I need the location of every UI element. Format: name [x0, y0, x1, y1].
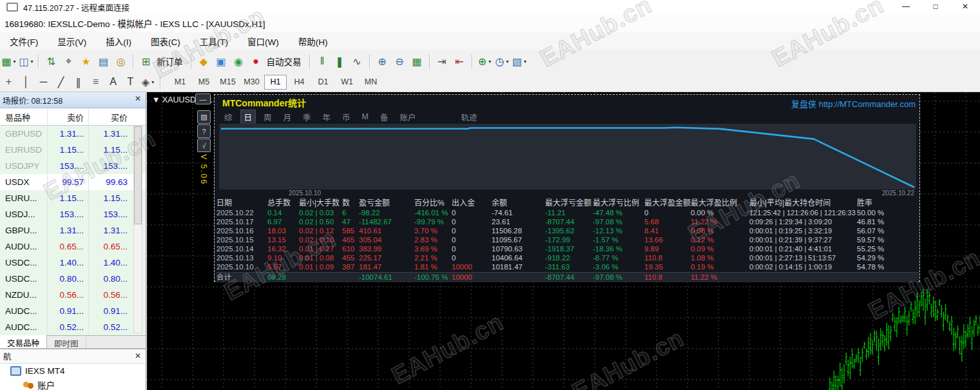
arrows-tool[interactable]: ◈▾ [140, 74, 156, 90]
vps-button[interactable]: ▣ [213, 54, 229, 70]
text-tool[interactable]: A [105, 74, 121, 90]
zoom-out-button[interactable]: ⊖ [392, 54, 408, 70]
fibonacci-tool[interactable]: ≡ [88, 74, 104, 90]
templates-button[interactable]: ▧▾ [512, 54, 528, 70]
maximize-button[interactable]: □ [921, 0, 950, 13]
data-window-button[interactable]: ◎ [113, 54, 129, 70]
market-watch-row-NZDU[interactable]: NZDU...0.56...0.56... [0, 287, 146, 303]
col-header: 日期 [216, 198, 267, 208]
stats-tab-周[interactable]: 周 [260, 110, 275, 124]
timeframe-w1[interactable]: W1 [336, 75, 358, 90]
new-chart-button[interactable]: ▦▾ [1, 54, 17, 70]
auto-scroll-button[interactable]: ⇤ [452, 54, 468, 70]
stats-cell: 2025.10.13 [216, 253, 267, 262]
close-button[interactable]: ✕ [950, 0, 980, 13]
signals-button[interactable]: ◉ [231, 54, 247, 70]
history-center-button[interactable]: ◆ [196, 54, 212, 70]
mtcommander-stats-panel[interactable]: MTCommander统计 复盘侠 http://MTCommander.com… [214, 94, 920, 282]
new-order-button-label[interactable]: 新订单 [157, 55, 183, 68]
autotrading-button[interactable]: ● [248, 54, 264, 70]
navigator-close-icon[interactable]: ✕ [135, 352, 141, 360]
market-watch-row-AUDC[interactable]: AUDC...0.91...0.91... [0, 303, 146, 319]
stats-cell: 11506.28 [492, 226, 545, 235]
stats-tab-日[interactable]: 日 [241, 110, 256, 124]
stats-tab-备[interactable]: 备 [377, 110, 392, 124]
market-watch-row-USDX[interactable]: USDX99.5799.63 [0, 174, 146, 190]
stats-cell: -74.61 [492, 208, 545, 217]
trendline-tool[interactable]: ╱ [53, 74, 69, 90]
scroll-chart-button[interactable]: ⇅ [43, 54, 59, 70]
stats-panel-link[interactable]: 复盘侠 http://MTCommander.com [791, 97, 916, 110]
timeframe-d1[interactable]: D1 [312, 75, 334, 90]
screen: 47.115.207.27 - 远程桌面连接 — □ ✕ 16819680: I… [0, 0, 980, 390]
minimize-button[interactable]: — [891, 0, 921, 13]
bar-chart-button[interactable]: ‖ [314, 54, 331, 70]
line-chart-button[interactable]: ∿ [349, 54, 365, 70]
market-watch-row-AUDC[interactable]: AUDC...0.52...0.52... [0, 319, 146, 335]
menu-item-显示V[interactable]: 显示(V) [48, 32, 96, 50]
menu-item-文件F[interactable]: 文件(F) [0, 32, 48, 50]
profiles-button[interactable]: ◫▾ [18, 54, 34, 70]
timeframe-h4[interactable]: H4 [288, 75, 311, 90]
autotrading-button-label[interactable]: 自动交易 [267, 55, 302, 68]
ea-version-label: V 5.06 [199, 154, 208, 185]
channel-tool[interactable]: ∥ [70, 74, 86, 90]
indicators-button[interactable]: ⊕▾ [477, 54, 493, 70]
text-label-tool[interactable]: T [122, 74, 139, 90]
stats-tab-综[interactable]: 综 [221, 110, 236, 124]
market-watch-row-USDJPY[interactable]: USDJPY153....153.... [0, 158, 146, 174]
timeframe-m30[interactable]: M30 [240, 75, 263, 90]
price-chart-area[interactable]: ▼ XAUUSDx,H1 —▨?√ V 5.06 MTCommander统计 复… [147, 92, 980, 390]
candlestick-button[interactable]: ❚ [332, 54, 348, 70]
zoom-in-button[interactable]: ⊕ [374, 54, 390, 70]
timeframe-h1[interactable]: H1 [264, 75, 287, 90]
stats-cell: -8.77 % [593, 253, 644, 262]
market-watch-row-USDC[interactable]: USDC...0.80...0.80... [0, 271, 146, 287]
market-watch-close-icon[interactable]: ✕ [135, 95, 141, 102]
tile-windows-button[interactable]: ▦ [409, 54, 425, 70]
navigator-item-iexs-mt4[interactable]: IEXS MT4 [0, 364, 146, 378]
stats-tab-账户[interactable]: 账户 [397, 110, 419, 124]
market-watch-row-GBPUSD[interactable]: GBPUSD1.31...1.31... [0, 126, 146, 142]
menu-item-插入I[interactable]: 插入(I) [96, 32, 141, 50]
ea-help-button[interactable]: ? [197, 124, 211, 138]
market-watch-row-USDJ[interactable]: USDJ...153....153.... [0, 206, 146, 222]
timeframe-mn[interactable]: MN [360, 75, 382, 90]
market-watch-row-USDC[interactable]: USDC...1.40...1.40... [0, 255, 146, 271]
market-watch-row-EURU[interactable]: EURU...1.15...1.15... [0, 190, 146, 206]
favorites-button[interactable]: ★ [78, 54, 94, 70]
menu-item-窗口W[interactable]: 窗口(W) [238, 32, 289, 50]
vertical-line-tool[interactable]: │ [18, 74, 34, 90]
timeframe-m1[interactable]: M1 [169, 75, 191, 90]
market-watch-scrollbar[interactable] [133, 126, 142, 333]
market-watch-button[interactable]: ▤ [95, 54, 111, 70]
timeframe-m5[interactable]: M5 [193, 75, 215, 90]
ea-settings-button[interactable]: ▨ [197, 110, 211, 124]
periods-button[interactable]: ◷▾ [494, 54, 510, 70]
market-watch-row-EURUSD[interactable]: EURUSD1.15...1.15... [0, 142, 146, 158]
menu-item-帮助H[interactable]: 帮助(H) [289, 32, 338, 50]
chart-shift-button[interactable]: ⇥ [434, 54, 450, 70]
stats-tab-币[interactable]: 币 [339, 110, 354, 124]
horizontal-line-tool[interactable]: ─ [35, 74, 52, 90]
bar-chart-icon: ‖ [320, 55, 325, 67]
stats-tab-月[interactable]: 月 [280, 110, 295, 124]
stats-tab-轨迹[interactable]: 轨迹 [458, 110, 481, 124]
timeframe-m15[interactable]: M15 [216, 75, 239, 90]
market-watch-row-AUDU[interactable]: AUDU...0.65...0.65... [0, 239, 146, 255]
market-watch-row-GBPU[interactable]: GBPU...1.31...1.31... [0, 222, 146, 239]
menu-item-图表C[interactable]: 图表(C) [141, 32, 190, 50]
ea-confirm-button[interactable]: √ [197, 139, 211, 152]
panel-minimize-button[interactable]: — [195, 93, 211, 104]
stats-tab-年[interactable]: 年 [320, 110, 334, 124]
stats-tab-季[interactable]: 季 [300, 110, 314, 124]
scrollbar-thumb[interactable] [134, 126, 142, 224]
crosshair-tool[interactable]: + [1, 74, 17, 90]
new-order-button[interactable]: ⊞ [138, 54, 154, 70]
bid-price: 153.... [47, 206, 88, 222]
crosshair-button[interactable]: ⌖ [61, 54, 77, 70]
navigator-item-账户[interactable]: 账户 [0, 378, 146, 390]
menu-item-工具T[interactable]: 工具(T) [190, 32, 238, 50]
stats-tab-M[interactable]: M [359, 112, 372, 122]
stats-cell: 13.66 [644, 235, 691, 244]
